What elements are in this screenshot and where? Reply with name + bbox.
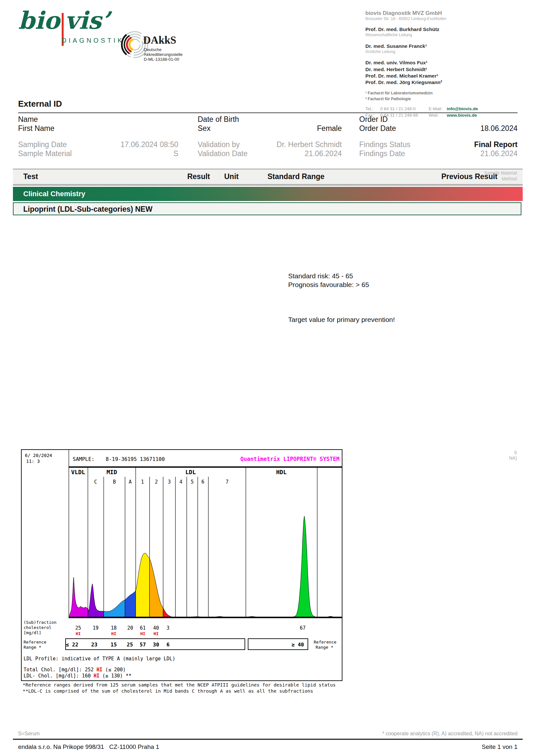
svg-text:MID: MID [107, 469, 117, 475]
svg-text:15: 15 [111, 642, 116, 648]
svg-text:LDL: LDL [186, 469, 196, 475]
svg-text:Total Chol. [mg/dl]: 252 HI: Total Chol. [mg/dl]: 252 HI (≤ 200) [24, 667, 126, 673]
chart-method-line2: NA) [452, 455, 517, 461]
svg-text:HI: HI [140, 631, 145, 636]
svg-text:SAMPLE:: SAMPLE: [73, 456, 94, 462]
svg-text:6/ 20/2024: 6/ 20/2024 [25, 453, 52, 458]
chart-method: S NA) [452, 450, 517, 461]
svg-text:B: B [113, 479, 116, 485]
svg-text:19: 19 [93, 625, 98, 631]
svg-text:25: 25 [75, 625, 81, 631]
lipoprint-chart: 6/ 20/202411: 3SAMPLE:8-19-36195 1367110… [21, 449, 343, 681]
svg-text:6: 6 [201, 479, 204, 485]
svg-text:VLDL: VLDL [71, 469, 85, 475]
chart-footnotes: *Reference ranges derived from 125 serum… [23, 682, 336, 694]
svg-text:57: 57 [140, 642, 146, 648]
svg-text:HI: HI [111, 631, 116, 636]
svg-text:Quantimetrix LIPOPRINT® SYSTEM: Quantimetrix LIPOPRINT® SYSTEM [240, 456, 340, 462]
footer-rule [13, 738, 523, 740]
svg-text:8-19-36195 13671100: 8-19-36195 13671100 [106, 456, 165, 462]
svg-text:Reference: Reference [24, 640, 46, 644]
svg-text:LDL Profile: indicative of TY: LDL Profile: indicative of TYPE A (mainl… [24, 656, 175, 662]
svg-text:(Sub)fraction: (Sub)fraction [24, 620, 57, 625]
svg-text:Reference: Reference [314, 640, 337, 644]
svg-text:A: A [129, 479, 132, 485]
chart-method-line1: S [452, 450, 517, 455]
chart-footnote: *Reference ranges derived from 125 serum… [23, 682, 336, 688]
svg-text:67: 67 [300, 625, 306, 631]
svg-text:Range *: Range * [24, 645, 41, 650]
svg-text:C: C [94, 479, 97, 485]
svg-text:2: 2 [155, 479, 158, 485]
lipoprint-svg: 6/ 20/202411: 3SAMPLE:8-19-36195 1367110… [21, 449, 343, 681]
lab-report-page: bio vis’ DIAGNOSTIK DAkkS Deutsche Akkre… [0, 0, 534, 756]
svg-text:3: 3 [168, 479, 170, 485]
svg-text:cholesterol: cholesterol [24, 625, 51, 630]
svg-text:HI: HI [153, 631, 159, 636]
svg-text:HDL: HDL [276, 469, 287, 475]
svg-text:61: 61 [140, 625, 146, 631]
svg-text:3: 3 [166, 625, 169, 631]
svg-text:≥ 40: ≥ 40 [292, 642, 304, 648]
footer-page-number: Seite 1 von 1 [420, 743, 518, 750]
svg-text:40: 40 [153, 625, 159, 631]
svg-text:20: 20 [127, 625, 133, 631]
footer-address: endala s.r.o. Na Prikope 998/31 CZ-11000… [18, 743, 159, 750]
range-note: Standard risk: 45 - 65 Prognosis favoura… [288, 272, 369, 289]
svg-text:≤ 22: ≤ 22 [66, 642, 79, 648]
svg-text:LDL- Chol. [mg/dl]: 160 HI: LDL- Chol. [mg/dl]: 160 HI (≤ 130) ** [24, 673, 132, 679]
footer-accreditation-note: * cooperate analytics (R), A) accredited… [291, 731, 518, 737]
svg-text:7: 7 [225, 479, 228, 485]
range-note: Target value for primary prevention! [288, 315, 395, 324]
svg-text:11: 3: 11: 3 [26, 459, 40, 464]
svg-text:4: 4 [179, 479, 182, 485]
svg-text:1: 1 [141, 479, 144, 485]
footer-legend: S=Serum [18, 731, 40, 737]
svg-text:[mg/dl]: [mg/dl] [24, 630, 41, 635]
svg-text:25: 25 [127, 642, 133, 648]
svg-text:6: 6 [166, 642, 169, 648]
svg-text:23: 23 [91, 642, 97, 648]
svg-text:Range *: Range * [316, 645, 333, 650]
svg-text:HI: HI [76, 631, 81, 636]
svg-text:30: 30 [153, 642, 159, 648]
chart-footnote: **LDL-C is comprised of the sum of chole… [23, 688, 336, 694]
svg-text:18: 18 [111, 625, 116, 631]
svg-text:5: 5 [191, 479, 193, 485]
